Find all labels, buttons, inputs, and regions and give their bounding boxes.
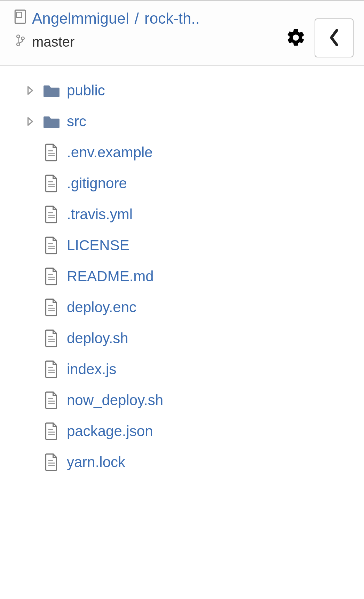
tree-item-label: README.md [67,268,154,285]
tree-file[interactable]: README.md [0,261,364,292]
repo-name[interactable]: rock-th.. [144,10,200,27]
tree-item-label: .env.example [67,144,153,161]
tree-item-label: yarn.lock [67,454,125,471]
repo-breadcrumb[interactable]: Angelmmiguel / rock-th.. [14,9,285,27]
svg-rect-1 [17,12,22,17]
file-icon [39,236,64,254]
expand-caret-icon[interactable] [22,85,39,96]
collapse-button[interactable] [315,18,354,57]
file-icon [39,391,64,409]
branch-name[interactable]: master [32,34,74,50]
tree-item-label: .gitignore [67,175,127,192]
header-info: Angelmmiguel / rock-th.. master [14,9,285,50]
folder-icon [39,83,64,98]
tree-item-label: now_deploy.sh [67,392,163,409]
tree-item-label: .travis.yml [67,206,133,223]
file-icon [39,298,64,316]
tree-folder[interactable]: src [0,106,364,137]
tree-item-label: index.js [67,361,116,378]
file-icon [39,205,64,223]
tree-file[interactable]: yarn.lock [0,447,364,478]
tree-file[interactable]: .gitignore [0,168,364,199]
svg-point-2 [17,35,19,38]
repo-owner[interactable]: Angelmmiguel [32,10,129,27]
file-icon [39,422,64,440]
tree-item-label: package.json [67,423,153,440]
header-actions [285,18,354,57]
tree-file[interactable]: now_deploy.sh [0,385,364,416]
tree-item-label: src [67,113,86,130]
git-branch-icon [15,34,25,50]
panel-header: Angelmmiguel / rock-th.. master [0,1,364,66]
chevron-left-icon [328,29,340,48]
repo-panel: Angelmmiguel / rock-th.. master [0,0,364,599]
repo-separator: / [135,10,139,27]
file-icon [39,174,64,192]
file-icon [39,143,64,161]
branch-row[interactable]: master [15,34,285,50]
svg-point-4 [21,37,24,40]
tree-file[interactable]: .env.example [0,137,364,168]
tree-file[interactable]: package.json [0,416,364,447]
gear-icon [285,27,306,49]
tree-item-label: deploy.enc [67,299,136,316]
tree-folder[interactable]: public [0,75,364,106]
tree-file[interactable]: LICENSE [0,230,364,261]
tree-file[interactable]: .travis.yml [0,199,364,230]
expand-caret-icon[interactable] [22,116,39,127]
file-icon [39,329,64,347]
file-icon [39,360,64,378]
settings-button[interactable] [285,27,306,49]
tree-item-label: LICENSE [67,237,129,254]
folder-icon [39,114,64,129]
tree-item-label: deploy.sh [67,330,128,347]
file-icon [39,267,64,285]
tree-file[interactable]: deploy.sh [0,323,364,354]
file-icon [39,453,64,471]
repo-icon [14,9,26,27]
file-tree: publicsrc.env.example.gitignore.travis.y… [0,66,364,478]
tree-file[interactable]: index.js [0,354,364,385]
tree-item-label: public [67,82,105,99]
tree-file[interactable]: deploy.enc [0,292,364,323]
